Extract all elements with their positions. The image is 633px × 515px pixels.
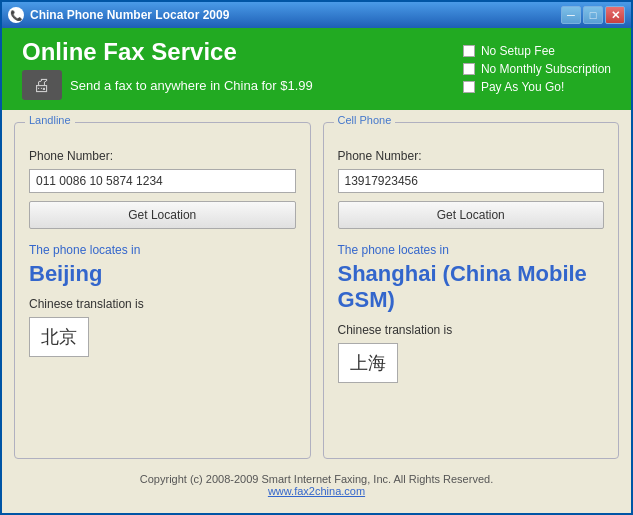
feature-label-3: Pay As You Go! [481,80,564,94]
cellphone-locates-label: The phone locates in [338,243,449,257]
feature-checkbox-2 [463,63,475,75]
panels-row: Landline Phone Number: Get Location The … [14,122,619,459]
title-bar: 📞 China Phone Number Locator 2009 ─ □ ✕ [2,2,631,28]
banner-subtitle-text: Send a fax to anywhere in China for $1.9… [70,78,313,93]
landline-translation-text: 北京 [41,325,77,349]
cellphone-translation-text: 上海 [350,351,386,375]
footer: Copyright (c) 2008-2009 Smart Internet F… [14,467,619,501]
landline-phone-input[interactable] [29,169,296,193]
banner-right: No Setup Fee No Monthly Subscription Pay… [463,44,611,94]
landline-location-result: Beijing [29,261,296,287]
fax-icon: 🖨 [22,70,62,100]
main-window: 📞 China Phone Number Locator 2009 ─ □ ✕ … [0,0,633,515]
banner-title: Online Fax Service [22,38,313,66]
cellphone-locates-text: The phone locates in [338,243,605,257]
maximize-button[interactable]: □ [583,6,603,24]
landline-translation-label: Chinese translation is [29,297,296,311]
banner: Online Fax Service 🖨 Send a fax to anywh… [2,28,631,110]
feature-checkbox-1 [463,45,475,57]
banner-feature-1: No Setup Fee [463,44,611,58]
cellphone-phone-input[interactable] [338,169,605,193]
landline-phone-label: Phone Number: [29,149,296,163]
landline-translation-box: 北京 [29,317,89,357]
landline-get-location-button[interactable]: Get Location [29,201,296,229]
cellphone-translation-label: Chinese translation is [338,323,605,337]
cellphone-translation-box: 上海 [338,343,398,383]
feature-label-1: No Setup Fee [481,44,555,58]
cellphone-get-location-button[interactable]: Get Location [338,201,605,229]
title-bar-buttons: ─ □ ✕ [561,6,625,24]
minimize-button[interactable]: ─ [561,6,581,24]
banner-subtitle: 🖨 Send a fax to anywhere in China for $1… [22,70,313,100]
title-bar-text: China Phone Number Locator 2009 [30,8,555,22]
close-button[interactable]: ✕ [605,6,625,24]
cellphone-phone-label: Phone Number: [338,149,605,163]
app-icon: 📞 [8,7,24,23]
landline-panel: Landline Phone Number: Get Location The … [14,122,311,459]
cellphone-panel: Cell Phone Phone Number: Get Location Th… [323,122,620,459]
banner-left: Online Fax Service 🖨 Send a fax to anywh… [22,38,313,100]
landline-panel-label: Landline [25,114,75,126]
landline-locates-text: The phone locates in [29,243,296,257]
footer-copyright: Copyright (c) 2008-2009 Smart Internet F… [14,473,619,485]
banner-feature-2: No Monthly Subscription [463,62,611,76]
main-content: Landline Phone Number: Get Location The … [2,110,631,513]
banner-feature-3: Pay As You Go! [463,80,611,94]
feature-label-2: No Monthly Subscription [481,62,611,76]
landline-locates-label: The phone locates in [29,243,140,257]
cellphone-panel-label: Cell Phone [334,114,396,126]
footer-link[interactable]: www.fax2china.com [14,485,619,497]
cellphone-location-result: Shanghai (China Mobile GSM) [338,261,605,313]
feature-checkbox-3 [463,81,475,93]
